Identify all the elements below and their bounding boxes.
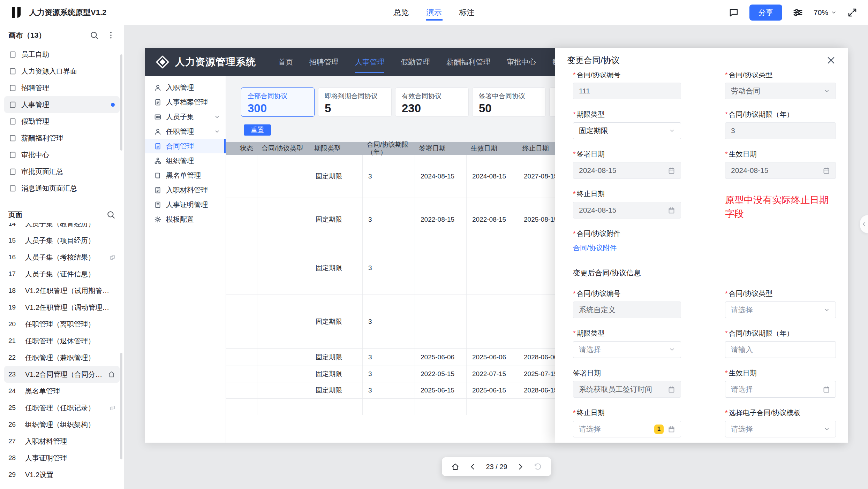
- home-icon[interactable]: [451, 463, 459, 471]
- page-list-item[interactable]: 26 组织管理（组织架构）: [4, 416, 120, 433]
- effective-date-input[interactable]: 2024-08-15: [725, 162, 836, 179]
- share-button[interactable]: 分享: [749, 5, 782, 21]
- proto-nav-item[interactable]: 人事管理: [355, 57, 384, 67]
- page-list-item[interactable]: 20 任职管理（离职管理）: [4, 316, 120, 333]
- sign-date-input[interactable]: 2024-08-15: [573, 162, 681, 179]
- input-placeholder: 请选择: [579, 424, 601, 434]
- module-sidebar-item[interactable]: 人员子集: [145, 109, 226, 124]
- proto-nav-item[interactable]: 首页: [278, 57, 293, 67]
- page-list-item[interactable]: 19 V1.2任职管理（调动管理）调…: [4, 299, 120, 316]
- column-header: 期限类型: [310, 142, 363, 155]
- module-label: 任职管理: [166, 127, 194, 136]
- page-list-item[interactable]: 16 人员子集（考核结果）: [4, 249, 120, 266]
- page-list-item[interactable]: 14 人员子集（教育经历）: [4, 223, 120, 232]
- page-list-item[interactable]: 18 V1.2任职管理（试用期管理）…: [4, 282, 120, 299]
- scrollbar-thumb[interactable]: [120, 353, 122, 459]
- contract-type-select[interactable]: 劳动合同: [725, 83, 836, 99]
- cell-effective-date: [467, 241, 518, 295]
- fullscreen-icon[interactable]: [847, 7, 858, 18]
- settings-sliders-icon[interactable]: [793, 7, 803, 18]
- page-list-item[interactable]: 17 人员子集（证件信息）: [4, 266, 120, 282]
- proto-nav-item[interactable]: 招聘管理: [309, 57, 339, 67]
- new-contract-type-select[interactable]: 请选择: [725, 301, 836, 318]
- page-list-item[interactable]: 21 任职管理（退休管理）: [4, 333, 120, 349]
- module-sidebar-item[interactable]: 合同管理: [145, 139, 226, 153]
- zoom-control[interactable]: 70%: [814, 8, 837, 17]
- module-sidebar-item[interactable]: 人事证明管理: [145, 197, 226, 212]
- scrollbar-thumb[interactable]: [120, 54, 122, 151]
- canvas-item[interactable]: 薪酬福利管理: [4, 130, 120, 146]
- module-sidebar-item[interactable]: 模板配置: [145, 212, 226, 227]
- stat-card[interactable]: 全部合同协议 300: [241, 87, 315, 117]
- page-list-item[interactable]: 15 人员子集（项目经历）: [4, 232, 120, 249]
- canvas-item[interactable]: 审批中心: [4, 146, 120, 163]
- mode-tab[interactable]: 标注: [459, 5, 475, 21]
- select-value: 劳动合同: [731, 86, 760, 96]
- select-placeholder: 请选择: [579, 345, 601, 354]
- module-sidebar-item[interactable]: 任职管理: [145, 124, 226, 139]
- canvas-item[interactable]: 假勤管理: [4, 113, 120, 130]
- cell-term-years: 3: [363, 349, 415, 366]
- new-sign-date-input[interactable]: 系统获取员工签订时间: [573, 381, 681, 398]
- page-list-item[interactable]: 24 黑名单管理: [4, 383, 120, 399]
- close-icon[interactable]: [826, 55, 836, 65]
- module-sidebar-item[interactable]: 组织管理: [145, 153, 226, 168]
- chevron-right-icon[interactable]: [516, 463, 525, 471]
- module-sidebar-item[interactable]: 入职管理: [145, 80, 226, 95]
- input-value: 2024-08-15: [579, 206, 616, 214]
- canvas-item[interactable]: 审批页面汇总: [4, 163, 120, 180]
- page-list-item[interactable]: 22 任职管理（兼职管理）: [4, 349, 120, 366]
- field-label: 合同/协议编号: [573, 72, 681, 79]
- new-contract-number-input[interactable]: 系统自定义: [573, 301, 681, 318]
- stat-card[interactable]: 有效合同协议 230: [395, 87, 469, 117]
- page-number: 14: [8, 223, 21, 228]
- page-list-item[interactable]: 29 V1.2设置: [4, 466, 120, 483]
- end-date-input[interactable]: 2024-08-15: [573, 202, 681, 219]
- page-number: 15: [8, 237, 21, 244]
- pages-panel-header: 页面: [0, 206, 124, 223]
- module-sidebar-item[interactable]: 入职材料管理: [145, 183, 226, 197]
- page-label: 人员子集（证件信息）: [25, 269, 115, 279]
- term-years-input[interactable]: 3: [725, 122, 836, 139]
- new-end-date-input[interactable]: 请选择 1: [573, 421, 681, 437]
- comment-badge[interactable]: 1: [654, 425, 664, 434]
- canvas-item[interactable]: 人事管理: [4, 96, 120, 113]
- page-list-item[interactable]: 25 任职管理（任职记录）: [4, 399, 120, 416]
- cell-status: [226, 366, 257, 382]
- proto-nav-item[interactable]: 假勤管理: [401, 57, 430, 67]
- canvas-item[interactable]: 招聘管理: [4, 79, 120, 96]
- contract-number-input[interactable]: 111: [573, 83, 681, 99]
- stat-card-label: 签署中合同协议: [479, 92, 539, 101]
- page-list-item[interactable]: 27 入职材料管理: [4, 433, 120, 450]
- undo-icon[interactable]: [534, 463, 542, 471]
- canvas-item[interactable]: 人力资源入口界面: [4, 63, 120, 79]
- cell-contract-type: [257, 399, 310, 415]
- canvas-item[interactable]: 员工自助: [4, 46, 120, 63]
- module-icon: [154, 186, 161, 194]
- term-type-select[interactable]: 固定期限: [573, 122, 681, 139]
- new-effective-date-input[interactable]: 请选择: [725, 381, 836, 398]
- module-sidebar-item[interactable]: 人事档案管理: [145, 95, 226, 109]
- new-term-years-input[interactable]: 请输入: [725, 341, 836, 358]
- proto-nav-item[interactable]: 薪酬福利管理: [446, 57, 490, 67]
- chevron-left-icon: [861, 221, 867, 227]
- canvas-item-label: 薪酬福利管理: [21, 133, 115, 143]
- reset-button[interactable]: 重置: [244, 124, 271, 136]
- search-icon[interactable]: [106, 210, 115, 219]
- kebab-menu-icon[interactable]: [106, 31, 115, 40]
- mode-tab[interactable]: 总览: [393, 5, 410, 21]
- proto-nav-item[interactable]: 审批中心: [507, 57, 536, 67]
- chat-icon[interactable]: [729, 7, 739, 18]
- canvas-item[interactable]: 消息通知页面汇总: [4, 180, 120, 197]
- mode-tab[interactable]: 演示: [426, 5, 443, 21]
- module-sidebar-item[interactable]: 黑名单管理: [145, 168, 226, 183]
- stat-card[interactable]: 即将到期合同协议 5: [318, 87, 392, 117]
- page-list-item[interactable]: 23 V1.2合同管理（合同分类…: [4, 366, 120, 383]
- template-select[interactable]: 请选择: [725, 421, 836, 437]
- attachment-link[interactable]: 合同/协议附件: [573, 243, 617, 253]
- new-term-type-select[interactable]: 请选择: [573, 341, 681, 358]
- stat-card[interactable]: 签署中合同协议 50: [472, 87, 546, 117]
- page-list-item[interactable]: 28 人事证明管理: [4, 450, 120, 466]
- search-icon[interactable]: [90, 31, 99, 40]
- chevron-left-icon[interactable]: [468, 463, 477, 471]
